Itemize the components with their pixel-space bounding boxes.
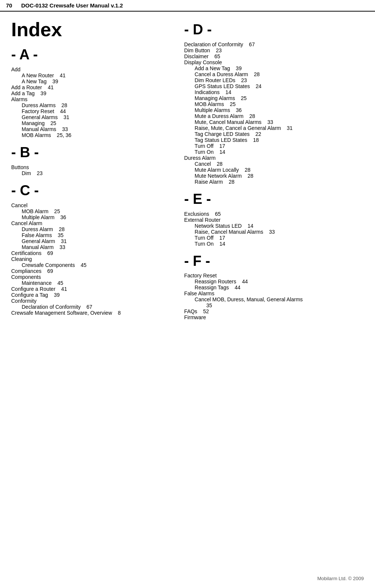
list-item: Add: [11, 66, 173, 72]
list-item: Disclaimer 65: [184, 53, 364, 59]
list-item: Mute, Cancel Manual Alarms 33: [184, 119, 364, 125]
list-item: Duress Alarm 28: [11, 226, 173, 232]
list-item: GPS Status LED States 24: [184, 83, 364, 89]
list-item: Maintenance 45: [11, 280, 173, 286]
list-item: Add a Tag 39: [11, 90, 173, 96]
list-item: A New Tag 39: [11, 78, 173, 84]
section-d-entries: Declaration of Conformity 67 Dim Button …: [184, 41, 364, 185]
right-column: - D - Declaration of Conformity 67 Dim B…: [180, 12, 364, 320]
list-item: Network Status LED 14: [184, 223, 364, 229]
list-item: Factory Reset: [184, 273, 364, 279]
list-item: MOB Alarms 25, 36: [11, 132, 173, 138]
list-item: Dim Router LEDs 23: [184, 77, 364, 83]
header-title: DOC-0132 Crewsafe User Manual v.1.2: [21, 2, 123, 9]
left-column: Index - A - Add A New Router 41 A New Ta…: [11, 12, 180, 320]
section-f-heading: - F -: [184, 253, 364, 269]
list-item: External Router: [184, 217, 364, 223]
page-number: 70: [6, 2, 12, 9]
section-c-heading: - C -: [11, 183, 173, 199]
list-item: Multiple Alarm 36: [11, 214, 173, 220]
list-item: Turn On 14: [184, 241, 364, 247]
list-item: Compliances 69: [11, 268, 173, 274]
list-item: Configure a Router 41: [11, 286, 173, 292]
list-item: Managing Alarms 25: [184, 95, 364, 101]
list-item: A New Router 41: [11, 72, 173, 78]
list-item: Tag Status LED States 18: [184, 137, 364, 143]
list-item: Duress Alarms 28: [11, 102, 173, 108]
list-item: Mute a Duress Alarm 28: [184, 113, 364, 119]
list-item: Components: [11, 274, 173, 280]
list-item: Cancel MOB, Duress, Manual, General Alar…: [184, 296, 364, 308]
list-item: Cleaning: [11, 256, 173, 262]
list-item: Configure a Tag 39: [11, 292, 173, 298]
list-item: Exclusions 65: [184, 211, 364, 217]
list-item: Reassign Tags 44: [184, 284, 364, 290]
list-item: Turn Off 17: [184, 235, 364, 241]
list-item: Reassign Routers 44: [184, 279, 364, 284]
list-item: Turn Off 17: [184, 143, 364, 149]
list-item: Tag Charge LED States 22: [184, 131, 364, 137]
list-item: False Alarms: [184, 290, 364, 296]
list-item: Cancel Alarm: [11, 220, 173, 226]
section-f-entries: Factory Reset Reassign Routers 44 Reassi…: [184, 273, 364, 320]
list-item: Managing 25: [11, 120, 173, 126]
section-c-entries: Cancel MOB Alarm 25 Multiple Alarm 36 Ca…: [11, 202, 173, 316]
list-item: General Alarms 31: [11, 114, 173, 120]
list-item: Display Console: [184, 59, 364, 65]
section-b-entries: Buttons Dim 23: [11, 164, 173, 176]
footer-text: Mobilarm Ltd. © 2009: [317, 576, 364, 581]
list-item: Cancel 28: [184, 161, 364, 167]
section-b-heading: - B -: [11, 145, 173, 161]
list-item: Alarms: [11, 96, 173, 102]
list-item: Mute Network Alarm 28: [184, 173, 364, 179]
section-e-entries: Exclusions 65 External Router Network St…: [184, 211, 364, 247]
list-item: Buttons: [11, 164, 173, 170]
list-item: Cancel a Duress Alarm 28: [184, 71, 364, 77]
list-item: Crewsafe Management Software, Overview 8: [11, 310, 173, 316]
list-item: MOB Alarms 25: [184, 101, 364, 107]
list-item: Dim Button 23: [184, 47, 364, 53]
list-item: FAQs 52: [184, 308, 364, 314]
list-item: Turn On 14: [184, 149, 364, 155]
list-item: General Alarm 31: [11, 238, 173, 244]
list-item: Manual Alarms 33: [11, 126, 173, 132]
section-e-heading: - E -: [184, 192, 364, 207]
list-item: Declaration of Conformity 67: [184, 41, 364, 47]
list-item: Raise, Mute, Cancel a General Alarm 31: [184, 125, 364, 131]
list-item: Declaration of Conformity 67: [11, 304, 173, 310]
list-item: MOB Alarm 25: [11, 208, 173, 214]
list-item: False Alarms 35: [11, 232, 173, 238]
list-item: Factory Reset 44: [11, 108, 173, 114]
list-item: Firmware: [184, 314, 364, 320]
list-item: Conformity: [11, 298, 173, 304]
list-item: Multiple Alarms 36: [184, 107, 364, 113]
list-item: Duress Alarm: [184, 155, 364, 161]
list-item: Add a New Tag 39: [184, 65, 364, 71]
section-a-heading: - A -: [11, 47, 173, 63]
section-a-entries: Add A New Router 41 A New Tag 39 Add a R…: [11, 66, 173, 138]
list-item: Certifications 69: [11, 250, 173, 256]
list-item: Crewsafe Components 45: [11, 262, 173, 268]
list-item: Indications 14: [184, 89, 364, 95]
index-heading: Index: [11, 19, 173, 40]
list-item: Add a Router 41: [11, 84, 173, 90]
list-item: Manual Alarm 33: [11, 244, 173, 250]
list-item: Mute Alarm Locally 28: [184, 167, 364, 173]
list-item: Dim 23: [11, 170, 173, 176]
list-item: Cancel: [11, 202, 173, 208]
section-d-heading: - D -: [184, 22, 364, 38]
list-item: Raise Alarm 28: [184, 179, 364, 185]
list-item: Raise, Cancel Manual Alarms 33: [184, 229, 364, 235]
